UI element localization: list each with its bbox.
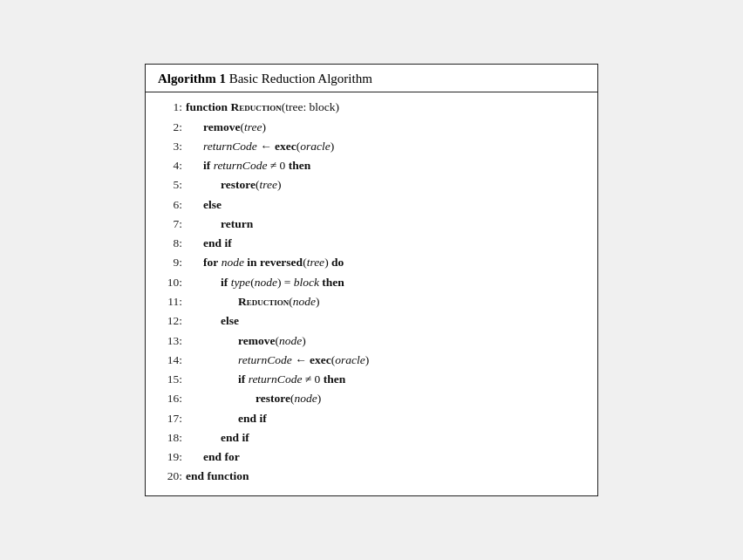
line-number: 20: <box>158 467 182 486</box>
line-number: 6: <box>158 195 182 215</box>
algorithm-line: 8:end if <box>158 234 585 253</box>
line-number: 2: <box>158 118 182 137</box>
algorithm-line: 1:function Reduction(tree: block) <box>158 98 585 117</box>
line-content: function Reduction(tree: block) <box>186 98 339 117</box>
line-content: end if <box>186 428 249 447</box>
algorithm-line: 15:if returnCode ≠ 0 then <box>158 370 585 389</box>
algorithm-box: Algorithm 1 Basic Reduction Algorithm 1:… <box>145 64 598 495</box>
line-content: else <box>186 195 222 215</box>
line-number: 5: <box>158 175 182 195</box>
line-number: 18: <box>158 428 182 447</box>
algorithm-body: 1:function Reduction(tree: block)2:remov… <box>146 92 597 495</box>
line-content: returnCode ← exec(oracle) <box>186 351 369 370</box>
line-number: 12: <box>158 311 182 331</box>
line-content: end if <box>186 409 267 428</box>
line-content: remove(node) <box>186 331 306 351</box>
line-number: 4: <box>158 156 182 175</box>
algorithm-header: Algorithm 1 Basic Reduction Algorithm <box>146 65 597 92</box>
algorithm-line: 16:restore(node) <box>158 389 585 408</box>
algorithm-line: 12:else <box>158 311 585 331</box>
line-number: 15: <box>158 370 182 389</box>
line-number: 13: <box>158 331 182 351</box>
line-number: 9: <box>158 253 182 272</box>
algorithm-line: 19:end for <box>158 447 585 467</box>
line-number: 3: <box>158 137 182 156</box>
line-content: if returnCode ≠ 0 then <box>186 156 310 175</box>
line-number: 11: <box>158 292 182 311</box>
line-number: 10: <box>158 273 182 292</box>
line-number: 14: <box>158 351 182 370</box>
line-content: end if <box>186 234 232 253</box>
algorithm-line: 7:return <box>158 215 585 234</box>
line-content: returnCode ← exec(oracle) <box>186 137 334 156</box>
algorithm-line: 11:Reduction(node) <box>158 292 585 311</box>
line-content: end function <box>186 467 249 486</box>
algorithm-line: 10:if type(node) = block then <box>158 273 585 292</box>
line-content: restore(node) <box>186 389 321 408</box>
line-number: 17: <box>158 409 182 428</box>
line-number: 8: <box>158 234 182 253</box>
algorithm-line: 5:restore(tree) <box>158 175 585 195</box>
algorithm-line: 2:remove(tree) <box>158 118 585 137</box>
line-number: 7: <box>158 215 182 234</box>
algorithm-line: 3:returnCode ← exec(oracle) <box>158 137 585 156</box>
line-content: return <box>186 215 253 234</box>
algorithm-line: 14:returnCode ← exec(oracle) <box>158 351 585 370</box>
algorithm-line: 4:if returnCode ≠ 0 then <box>158 156 585 175</box>
line-content: end for <box>186 447 240 467</box>
line-number: 16: <box>158 389 182 408</box>
algorithm-label: Algorithm 1 <box>158 72 226 85</box>
line-content: for node in reversed(tree) do <box>186 253 344 272</box>
line-content: remove(tree) <box>186 118 266 137</box>
algorithm-line: 9:for node in reversed(tree) do <box>158 253 585 272</box>
algorithm-line: 18:end if <box>158 428 585 447</box>
algorithm-line: 6:else <box>158 195 585 215</box>
line-content: if returnCode ≠ 0 then <box>186 370 345 389</box>
algorithm-line: 20:end function <box>158 467 585 486</box>
line-content: Reduction(node) <box>186 292 320 311</box>
algorithm-line: 17:end if <box>158 409 585 428</box>
line-content: if type(node) = block then <box>186 273 344 292</box>
line-number: 19: <box>158 447 182 467</box>
line-content: else <box>186 311 239 331</box>
line-content: restore(tree) <box>186 175 281 195</box>
algorithm-line: 13:remove(node) <box>158 331 585 351</box>
line-number: 1: <box>158 98 182 117</box>
algorithm-title: Basic Reduction Algorithm <box>229 72 372 85</box>
